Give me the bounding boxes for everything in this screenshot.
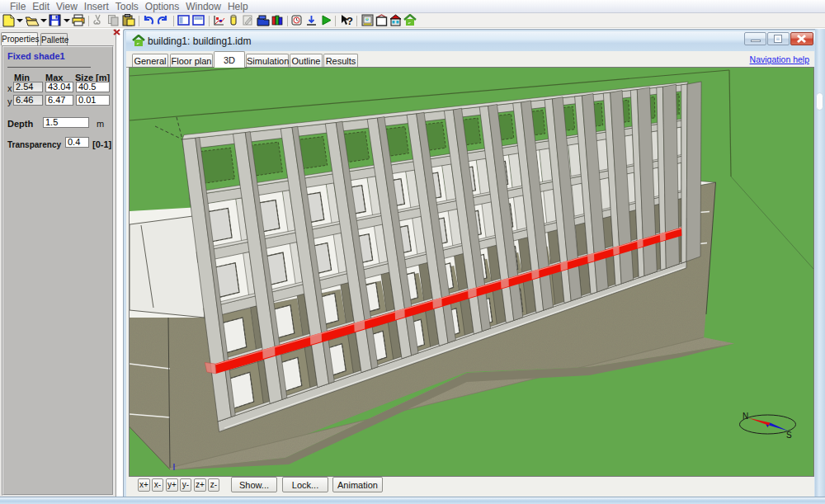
svg-text:?: ? xyxy=(346,15,353,27)
svg-text:N: N xyxy=(742,412,748,421)
svg-text:S: S xyxy=(786,431,792,440)
